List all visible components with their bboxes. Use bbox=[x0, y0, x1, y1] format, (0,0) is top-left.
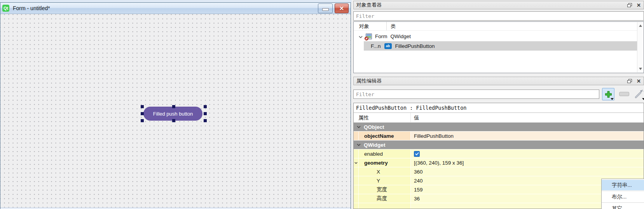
float-panel-icon[interactable] bbox=[627, 79, 632, 83]
property-name: 高度 bbox=[359, 194, 410, 203]
chevron-down-icon bbox=[354, 162, 358, 164]
property-name: 宽度 bbox=[359, 185, 410, 194]
property-row-enabled[interactable]: enabled bbox=[354, 149, 644, 158]
tree-scrollbar[interactable] bbox=[637, 22, 643, 72]
property-value[interactable]: [(360, 240), 159 x 36] bbox=[410, 158, 644, 167]
row-indent bbox=[354, 194, 359, 203]
column-header-class[interactable]: 类 bbox=[387, 22, 637, 30]
menu-item-bool[interactable]: 布尔... bbox=[602, 191, 644, 202]
dock-area: 对象查看器 ✕ 对象 类 bbox=[352, 0, 644, 209]
minimize-button[interactable] bbox=[318, 4, 333, 13]
float-panel-icon[interactable] bbox=[627, 3, 632, 7]
property-table-header[interactable]: 属性 值 bbox=[354, 113, 644, 123]
close-panel-icon[interactable]: ✕ bbox=[637, 3, 641, 8]
tree-class-name: QWidget bbox=[391, 33, 411, 39]
add-dropdown-arrow-icon[interactable] bbox=[611, 98, 614, 100]
menu-item-other[interactable]: 其它... bbox=[602, 203, 644, 209]
window-resize-edge[interactable] bbox=[0, 207, 351, 209]
current-object-header: FilledPushButton : FilledPushButton bbox=[354, 103, 644, 113]
chevron-down-icon[interactable] bbox=[359, 33, 363, 39]
tree-class-name: FilledPushButton bbox=[395, 43, 435, 49]
selection-handle-bottom-left[interactable] bbox=[141, 119, 144, 122]
menu-item-string[interactable]: 字符串... bbox=[602, 180, 644, 190]
property-name: enabled bbox=[359, 149, 410, 158]
window-title: Form - untitled* bbox=[13, 5, 50, 11]
row-indent bbox=[354, 149, 359, 158]
section-label: QObject bbox=[364, 124, 384, 130]
selection-handle-bottom-right[interactable] bbox=[204, 119, 207, 122]
remove-dynamic-property-button[interactable] bbox=[619, 92, 629, 96]
property-row-partial bbox=[354, 203, 644, 209]
filled-push-button[interactable]: Filled push button bbox=[143, 107, 202, 121]
row-indent bbox=[354, 132, 359, 140]
row-indent bbox=[354, 176, 359, 185]
object-inspector-panel: 对象查看器 ✕ 对象 类 bbox=[353, 1, 644, 73]
property-name: X bbox=[359, 167, 410, 176]
property-section-qwidget[interactable]: QWidget bbox=[354, 141, 644, 149]
menu-separator bbox=[602, 202, 644, 203]
property-editor-panel: 属性编辑器 ✕ bbox=[353, 76, 644, 209]
row-indent bbox=[354, 158, 359, 167]
plus-icon bbox=[605, 91, 612, 98]
object-tree-header[interactable]: 对象 类 bbox=[354, 22, 637, 31]
app-root: Qt Form - untitled* ✕ Filled push button bbox=[0, 0, 644, 209]
close-panel-icon[interactable]: ✕ bbox=[637, 79, 641, 84]
chevron-down-icon bbox=[357, 126, 361, 128]
property-section-qobject[interactable]: QObject bbox=[354, 123, 644, 132]
property-editor-title: 属性编辑器 bbox=[356, 77, 382, 84]
column-header-object[interactable]: 对象 bbox=[354, 22, 387, 30]
wrench-icon bbox=[634, 89, 644, 99]
object-tree: 对象 类 Form QWidget F...n ab bbox=[353, 21, 644, 73]
property-name: geometry bbox=[359, 158, 410, 167]
scroll-down-icon[interactable] bbox=[639, 68, 642, 70]
ab-icon: ab bbox=[384, 43, 392, 49]
selection-handle-top-right[interactable] bbox=[204, 105, 207, 108]
selection-handle-mid-right[interactable] bbox=[204, 112, 207, 115]
checkbox-checked-icon[interactable] bbox=[414, 151, 420, 157]
property-row-geometry[interactable]: geometry [(360, 240), 159 x 36] bbox=[354, 158, 644, 167]
property-name: objectName bbox=[359, 132, 410, 140]
scroll-up-icon[interactable] bbox=[639, 25, 642, 27]
object-inspector-titlebar[interactable]: 对象查看器 ✕ bbox=[353, 1, 644, 9]
object-inspector-title: 对象查看器 bbox=[356, 2, 382, 9]
tree-object-name: F...n bbox=[371, 43, 381, 49]
menu-separator bbox=[602, 191, 644, 191]
object-inspector-filter-input[interactable] bbox=[353, 11, 644, 21]
property-value[interactable]: 360 bbox=[410, 167, 644, 176]
property-row-width[interactable]: 宽度 159 bbox=[354, 185, 644, 194]
property-value[interactable] bbox=[410, 149, 644, 158]
form-icon bbox=[366, 33, 372, 39]
window-controls: ✕ bbox=[318, 4, 349, 13]
column-header-property[interactable]: 属性 bbox=[354, 113, 410, 122]
qt-logo-icon: Qt bbox=[2, 5, 9, 12]
config-dropdown-arrow-icon[interactable] bbox=[642, 98, 644, 100]
selection-handle-top-mid[interactable] bbox=[172, 105, 175, 108]
close-icon: ✕ bbox=[339, 5, 344, 11]
form-canvas[interactable]: Filled push button bbox=[0, 14, 351, 207]
property-row-y[interactable]: Y 240 bbox=[354, 176, 644, 185]
window-titlebar[interactable]: Qt Form - untitled* ✕ bbox=[0, 3, 351, 14]
close-button[interactable]: ✕ bbox=[335, 4, 349, 13]
tree-object-name: Form bbox=[375, 33, 387, 39]
property-row-objectname[interactable]: objectName FilledPushButton bbox=[354, 132, 644, 141]
tree-row-form[interactable]: Form QWidget bbox=[354, 32, 637, 41]
section-label: QWidget bbox=[364, 142, 385, 148]
row-indent bbox=[354, 167, 359, 176]
tree-row-filledpushbutton[interactable]: F...n ab FilledPushButton bbox=[364, 41, 637, 51]
minimize-icon bbox=[322, 8, 329, 11]
chevron-down-icon bbox=[357, 144, 361, 146]
property-editor-titlebar[interactable]: 属性编辑器 ✕ bbox=[353, 77, 644, 85]
selection-handle-top-left[interactable] bbox=[141, 105, 144, 108]
selection-handle-mid-left[interactable] bbox=[141, 112, 144, 115]
selection-handle-bottom-mid[interactable] bbox=[172, 119, 175, 122]
property-row-height[interactable]: 高度 36 bbox=[354, 194, 644, 203]
add-property-menu: 字符串... 布尔... 其它... bbox=[601, 179, 644, 209]
form-designer-window: Qt Form - untitled* ✕ Filled push button bbox=[0, 2, 351, 209]
property-table: FilledPushButton : FilledPushButton 属性 值… bbox=[353, 103, 644, 209]
column-header-value[interactable]: 值 bbox=[410, 113, 644, 122]
property-name: Y bbox=[359, 176, 410, 185]
property-row-x[interactable]: X 360 bbox=[354, 167, 644, 176]
row-indent bbox=[354, 185, 359, 194]
property-filter-input[interactable] bbox=[353, 90, 599, 99]
property-value[interactable]: FilledPushButton bbox=[410, 132, 644, 140]
